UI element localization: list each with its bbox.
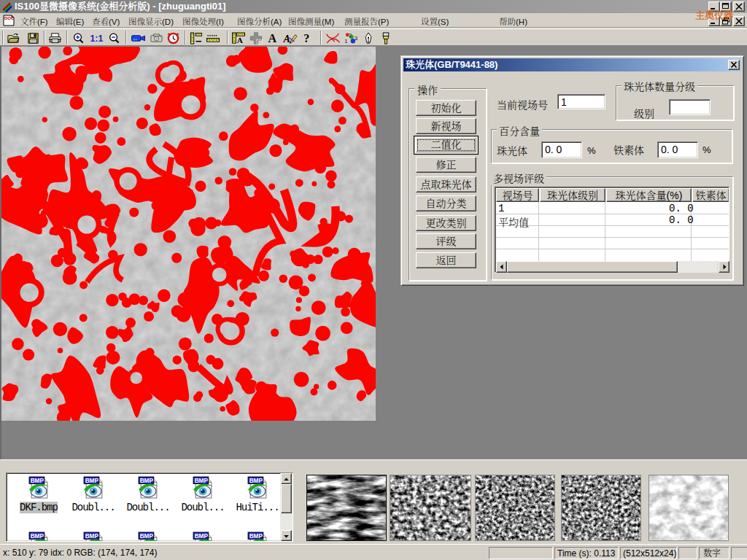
svg-text:?: ? <box>303 32 309 44</box>
svg-text:DOC: DOC <box>4 16 15 20</box>
svg-text:2: 2 <box>349 33 352 38</box>
svg-text:3: 3 <box>355 36 357 41</box>
svg-text:A: A <box>283 33 290 44</box>
svg-text:1:1: 1:1 <box>90 34 104 44</box>
svg-text:1: 1 <box>345 39 348 44</box>
svg-text:A: A <box>237 36 244 44</box>
svg-text:A: A <box>268 32 276 44</box>
